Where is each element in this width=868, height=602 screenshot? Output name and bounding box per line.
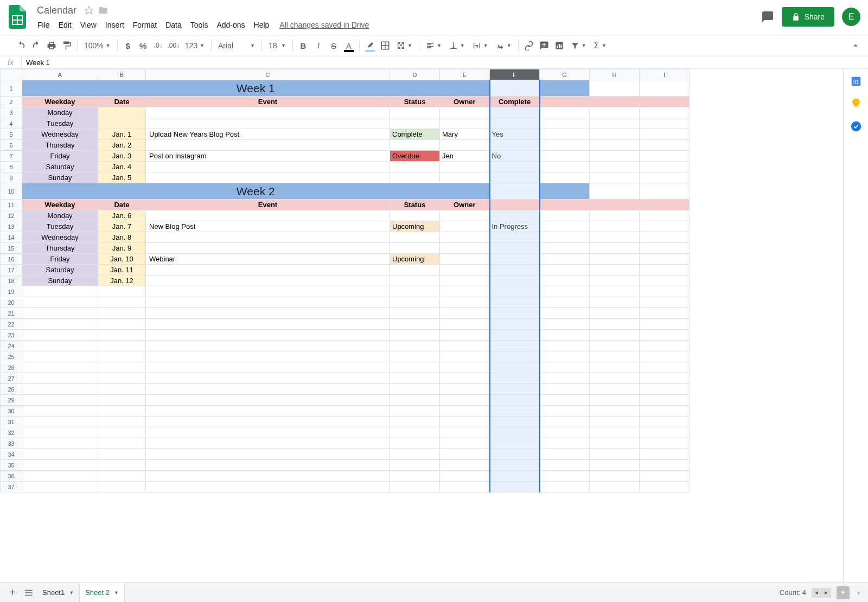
explore-icon[interactable]: [837, 586, 850, 599]
menu-format[interactable]: Format: [129, 18, 161, 31]
cell[interactable]: [590, 107, 640, 118]
cell[interactable]: [146, 341, 390, 351]
cell[interactable]: [440, 319, 490, 330]
cell[interactable]: [540, 151, 590, 162]
doc-title[interactable]: Calendar: [34, 4, 80, 17]
cell[interactable]: Jan. 2: [98, 140, 146, 151]
cell[interactable]: [146, 243, 390, 254]
cell[interactable]: [440, 243, 490, 254]
cell[interactable]: [640, 362, 690, 373]
cell[interactable]: [98, 427, 146, 438]
zoom-dropdown[interactable]: 100%▼: [81, 39, 114, 53]
cell[interactable]: Saturday: [22, 162, 98, 172]
cell[interactable]: [440, 351, 490, 362]
cell[interactable]: New Blog Post: [146, 221, 390, 232]
cell[interactable]: [490, 482, 540, 492]
cell[interactable]: [146, 210, 390, 221]
text-color-icon[interactable]: A: [342, 39, 356, 53]
cell[interactable]: [590, 341, 640, 351]
account-avatar[interactable]: E: [842, 8, 860, 26]
cell[interactable]: Date: [98, 97, 146, 107]
cell[interactable]: [640, 297, 690, 308]
cell[interactable]: [390, 482, 440, 492]
cell[interactable]: [490, 243, 540, 254]
cell[interactable]: [640, 395, 690, 406]
cell[interactable]: Event: [146, 97, 390, 107]
cell[interactable]: [98, 395, 146, 406]
bold-icon[interactable]: B: [296, 39, 310, 53]
cell[interactable]: Overdue: [390, 151, 440, 162]
cell[interactable]: Sunday: [22, 276, 98, 286]
percent-icon[interactable]: %: [136, 39, 150, 53]
row-header-34[interactable]: 34: [1, 449, 22, 460]
decrease-decimal-icon[interactable]: .0↓: [151, 39, 165, 53]
cell[interactable]: [440, 221, 490, 232]
cell[interactable]: Thursday: [22, 140, 98, 151]
cell[interactable]: [440, 460, 490, 471]
cell[interactable]: [490, 449, 540, 460]
cell[interactable]: [490, 276, 540, 286]
cell[interactable]: [540, 308, 590, 319]
cell[interactable]: [440, 140, 490, 151]
cell[interactable]: [490, 406, 540, 417]
cell[interactable]: Monday: [22, 210, 98, 221]
cell[interactable]: [440, 297, 490, 308]
cell[interactable]: [22, 373, 98, 384]
cell[interactable]: [390, 406, 440, 417]
row-header-25[interactable]: 25: [1, 351, 22, 362]
cell[interactable]: [590, 438, 640, 449]
cell[interactable]: [640, 232, 690, 243]
cell[interactable]: [146, 384, 390, 395]
cell[interactable]: Jan. 1: [98, 129, 146, 140]
cell[interactable]: [390, 162, 440, 172]
row-header-8[interactable]: 8: [1, 162, 22, 172]
cell[interactable]: [390, 107, 440, 118]
cell[interactable]: [440, 438, 490, 449]
cell[interactable]: [390, 373, 440, 384]
col-header-E[interactable]: E: [440, 69, 490, 80]
row-header-3[interactable]: 3: [1, 107, 22, 118]
cell[interactable]: [22, 395, 98, 406]
col-header-H[interactable]: H: [590, 69, 640, 80]
fx-label[interactable]: fx: [0, 56, 22, 68]
cell[interactable]: [390, 265, 440, 276]
cell[interactable]: [98, 460, 146, 471]
cell[interactable]: Weekday: [22, 97, 98, 107]
cell[interactable]: [640, 254, 690, 265]
cell[interactable]: [490, 460, 540, 471]
formula-input[interactable]: [22, 56, 868, 68]
row-header-17[interactable]: 17: [1, 265, 22, 276]
cell[interactable]: Friday: [22, 151, 98, 162]
cell[interactable]: [640, 482, 690, 492]
cell[interactable]: [146, 107, 390, 118]
cell[interactable]: [540, 438, 590, 449]
cell[interactable]: [590, 265, 640, 276]
cell[interactable]: [590, 80, 640, 97]
show-side-panel-icon[interactable]: ›: [854, 588, 864, 597]
cell[interactable]: [440, 449, 490, 460]
cell[interactable]: [146, 265, 390, 276]
cell[interactable]: [390, 395, 440, 406]
cell[interactable]: [490, 172, 540, 183]
cell[interactable]: [98, 308, 146, 319]
cell[interactable]: [590, 362, 640, 373]
cell[interactable]: [540, 286, 590, 297]
cell[interactable]: [490, 162, 540, 172]
cell[interactable]: [540, 384, 590, 395]
cell[interactable]: [440, 162, 490, 172]
cell[interactable]: [590, 118, 640, 129]
cell[interactable]: [146, 362, 390, 373]
menu-data[interactable]: Data: [162, 18, 186, 31]
cell[interactable]: [146, 395, 390, 406]
cell[interactable]: [98, 286, 146, 297]
cell[interactable]: [440, 308, 490, 319]
cell[interactable]: [390, 384, 440, 395]
cell[interactable]: [98, 471, 146, 482]
cell[interactable]: [490, 362, 540, 373]
cell[interactable]: [146, 297, 390, 308]
undo-icon[interactable]: [14, 39, 28, 53]
sheets-logo-icon[interactable]: [8, 4, 27, 30]
cell[interactable]: [640, 330, 690, 341]
save-status[interactable]: All changes saved in Drive: [279, 21, 369, 29]
col-header-D[interactable]: D: [390, 69, 440, 80]
